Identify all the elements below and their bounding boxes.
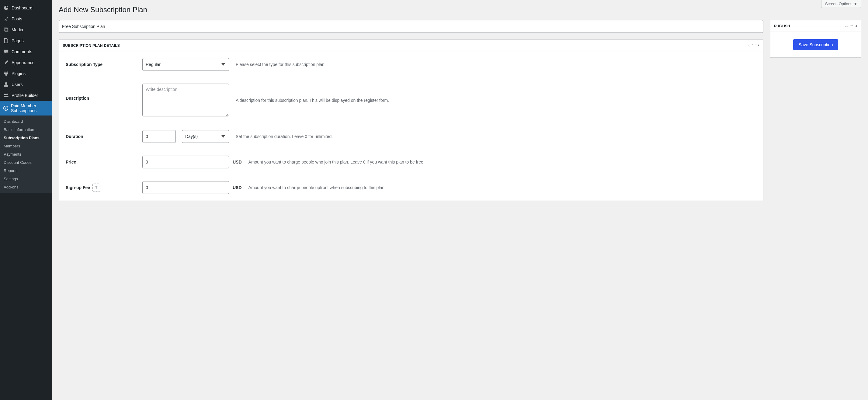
label-signup-fee: Sign-up Fee ?	[66, 184, 142, 192]
svg-point-0	[5, 82, 7, 85]
hint-subscription-type: Please select the type for this subscrip…	[236, 61, 326, 68]
subscription-type-select[interactable]: Regular	[142, 58, 229, 71]
media-icon	[3, 27, 9, 33]
sidebar-item-label: Media	[11, 27, 23, 32]
label-price: Price	[66, 160, 142, 164]
hint-price: Amount you want to charge people who joi…	[248, 159, 425, 165]
signup-fee-currency: USD	[232, 185, 242, 190]
page-icon	[3, 38, 9, 44]
pin-icon	[3, 16, 9, 22]
subscriptions-icon: $	[3, 105, 8, 111]
sidebar-item-comments[interactable]: Comments	[0, 46, 52, 57]
chevron-down-icon[interactable]: ﹀	[850, 24, 854, 29]
price-currency: USD	[232, 160, 242, 164]
admin-sidebar: Dashboard Posts Media Pages Comments App…	[0, 0, 52, 400]
chevron-up-icon[interactable]: ︿	[747, 43, 750, 48]
details-panel: Subscription Plan Details ︿ ﹀ ▴ Subscrip…	[59, 39, 764, 201]
brush-icon	[3, 60, 9, 66]
sidebar-item-profile-builder[interactable]: Profile Builder	[0, 90, 52, 101]
page-title: Add New Subscription Plan	[59, 5, 861, 14]
row-subscription-type: Subscription Type Regular Please select …	[66, 58, 756, 71]
triangle-up-icon[interactable]: ▴	[856, 24, 857, 29]
duration-unit-select[interactable]: Day(s)	[182, 130, 229, 143]
plug-icon	[3, 70, 9, 76]
submenu-item-addons[interactable]: Add-ons	[0, 183, 52, 191]
svg-point-1	[4, 94, 6, 95]
submenu-item-discount-codes[interactable]: Discount Codes	[0, 158, 52, 167]
row-price: Price USD Amount you want to charge peop…	[66, 156, 756, 168]
screen-options-label: Screen Options	[825, 2, 852, 6]
submenu-item-settings[interactable]: Settings	[0, 175, 52, 183]
hint-description: A description for this subscription plan…	[236, 97, 389, 104]
sidebar-item-label: Posts	[11, 16, 22, 21]
hint-duration: Set the subscription duration. Leave 0 f…	[236, 133, 333, 140]
plan-title-input[interactable]	[59, 20, 764, 33]
comment-icon	[3, 48, 9, 55]
row-duration: Duration Day(s) Set the subscription dur…	[66, 130, 756, 143]
description-textarea[interactable]	[142, 84, 229, 116]
dashboard-icon	[3, 5, 9, 11]
sidebar-item-label: Plugins	[11, 71, 26, 76]
save-subscription-button[interactable]: Save Subscription	[793, 39, 838, 50]
sidebar-item-dashboard[interactable]: Dashboard	[0, 2, 52, 13]
sidebar-item-label: Comments	[11, 49, 32, 54]
sidebar-item-users[interactable]: Users	[0, 79, 52, 90]
chevron-down-icon: ▼	[854, 2, 857, 6]
svg-point-2	[6, 94, 8, 95]
svg-text:$: $	[5, 107, 6, 110]
sidebar-item-label: Paid Member Subscriptions	[11, 103, 49, 113]
sidebar-item-media[interactable]: Media	[0, 24, 52, 35]
sidebar-item-plugins[interactable]: Plugins	[0, 68, 52, 79]
submenu-item-dashboard[interactable]: Dashboard	[0, 117, 52, 126]
sidebar-item-pages[interactable]: Pages	[0, 35, 52, 46]
submenu: Dashboard Basic Information Subscription…	[0, 115, 52, 193]
triangle-up-icon[interactable]: ▴	[757, 43, 760, 48]
sidebar-item-posts[interactable]: Posts	[0, 13, 52, 24]
details-panel-title: Subscription Plan Details	[63, 43, 120, 48]
label-description: Description	[66, 84, 142, 101]
duration-input[interactable]	[142, 130, 176, 143]
main-content: Screen Options ▼ Add New Subscription Pl…	[52, 0, 868, 400]
signup-fee-input[interactable]	[142, 181, 229, 194]
user-icon	[3, 81, 9, 88]
sidebar-item-label: Profile Builder	[11, 93, 38, 98]
chevron-down-icon[interactable]: ﹀	[752, 43, 756, 48]
submenu-item-members[interactable]: Members	[0, 142, 52, 150]
help-icon[interactable]: ?	[92, 184, 100, 192]
sidebar-item-label: Pages	[11, 38, 24, 43]
publish-panel-header: Publish ︿ ﹀ ▴	[770, 20, 861, 32]
label-subscription-type: Subscription Type	[66, 62, 142, 67]
chevron-up-icon[interactable]: ︿	[845, 24, 848, 29]
submenu-item-payments[interactable]: Payments	[0, 150, 52, 158]
submenu-item-basic-information[interactable]: Basic Information	[0, 126, 52, 134]
details-panel-header: Subscription Plan Details ︿ ﹀ ▴	[59, 40, 763, 52]
sidebar-item-label: Appearance	[11, 60, 35, 65]
submenu-item-subscription-plans[interactable]: Subscription Plans	[0, 134, 52, 142]
label-duration: Duration	[66, 134, 142, 139]
sidebar-item-paid-member-subscriptions[interactable]: $ Paid Member Subscriptions	[0, 101, 52, 115]
price-input[interactable]	[142, 156, 229, 168]
submenu-item-reports[interactable]: Reports	[0, 167, 52, 175]
sidebar-item-label: Users	[11, 82, 23, 87]
row-description: Description A description for this subsc…	[66, 84, 756, 117]
hint-signup-fee: Amount you want to charge people upfront…	[248, 185, 385, 191]
profile-builder-icon	[3, 92, 9, 98]
sidebar-item-label: Dashboard	[11, 5, 33, 10]
row-signup-fee: Sign-up Fee ? USD Amount you want to cha…	[66, 181, 756, 194]
publish-panel: Publish ︿ ﹀ ▴ Save Subscription	[770, 20, 861, 58]
publish-panel-title: Publish	[774, 24, 790, 28]
sidebar-item-appearance[interactable]: Appearance	[0, 57, 52, 68]
screen-options-toggle[interactable]: Screen Options ▼	[821, 0, 861, 8]
